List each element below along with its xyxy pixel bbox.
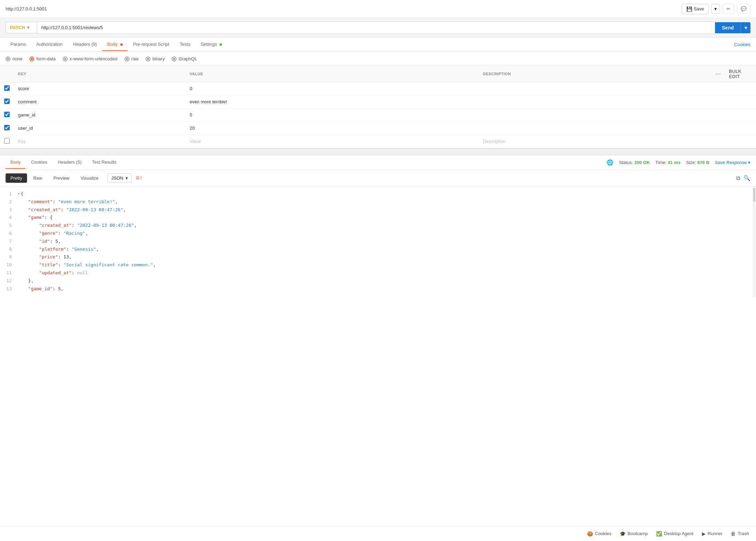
viewer-tab-raw[interactable]: Raw [28,173,47,183]
row-placeholder-desc[interactable]: Description [479,135,711,148]
status-text: Status: 200 OK [619,160,650,165]
desktop-agent-label: Desktop Agent [664,531,694,536]
pencil-button[interactable]: ✏ [723,4,734,14]
row-placeholder-checkbox[interactable] [4,138,10,144]
bottom-runner[interactable]: ▶ Runner [702,531,723,536]
row3-checkbox[interactable] [4,112,10,117]
row2-description[interactable] [479,95,711,109]
tab-prerequest[interactable]: Pre-request Script [128,38,174,51]
send-caret-icon: ▾ [741,22,750,33]
bulk-edit-button[interactable]: Bulk Edit [729,69,741,79]
chevron-down-icon: ▾ [714,6,717,11]
radio-binary[interactable]: binary [146,56,165,61]
viewer-tabs: Pretty Raw Preview Visualize JSON ▾ ≡↑ ⧉… [0,170,756,187]
row3-description[interactable] [479,109,711,122]
row2-key[interactable]: comment [14,95,186,109]
bottom-trash[interactable]: 🗑 Trash [731,531,749,536]
row1-description[interactable] [479,82,711,95]
col-checkbox [0,66,14,82]
viewer-tab-visualize[interactable]: Visualize [76,173,103,183]
viewer-tab-pretty[interactable]: Pretty [6,173,27,183]
radio-urlencoded-dot [63,57,68,61]
cookies-label: Cookies [595,531,611,536]
send-label: Send [715,22,741,33]
row4-value[interactable]: 20 [186,122,479,135]
response-status: 🌐 Status: 200 OK Time: 41 ms Size: 676 B… [607,159,750,166]
table-row: comment even more terrible! [0,95,756,109]
radio-graphql[interactable]: GraphQL [172,56,197,61]
save-label: Save [694,6,704,11]
resp-tab-test-results[interactable]: Test Results [87,156,121,169]
radio-none-label: none [12,56,23,61]
resp-tab-cookies[interactable]: Cookies [26,156,52,169]
time-value: 41 ms [668,160,681,165]
viewer-tab-preview[interactable]: Preview [49,173,74,183]
search-button[interactable]: 🔍 [744,175,750,181]
tab-tests[interactable]: Tests [175,38,195,51]
format-label: JSON [111,175,123,181]
row2-checkbox[interactable] [4,98,10,104]
tab-headers[interactable]: Headers (9) [68,38,102,51]
body-types: none form-data x-www-form-urlencoded raw… [0,52,756,66]
size-value: 676 B [697,160,710,165]
save-button[interactable]: 💾 Save [682,4,708,14]
filter-icon[interactable]: ≡↑ [136,174,143,182]
url-input[interactable] [37,22,715,34]
bottom-cookies[interactable]: 🍪 Cookies [587,531,611,536]
json-line-7: 7 "id": 5, [0,238,756,246]
tab-authorization[interactable]: Authorization [32,38,68,51]
json-line-8: 8 "platform": "Genesis", [0,246,756,254]
runner-label: Runner [708,531,723,536]
radio-raw[interactable]: raw [124,56,139,61]
request-tabs: Params Authorization Headers (9) Body Pr… [0,37,756,52]
row-placeholder-key[interactable]: Key [14,135,186,148]
row-placeholder-value[interactable]: Value [186,135,479,148]
radio-urlencoded[interactable]: x-www-form-urlencoded [63,56,118,61]
resp-tab-headers[interactable]: Headers (5) [53,156,87,169]
tab-body[interactable]: Body [102,38,127,51]
cookies-icon: 🍪 [587,531,593,536]
table-row-placeholder: Key Value Description [0,135,756,148]
radio-none-dot [6,57,10,61]
copy-button[interactable]: ⧉ [736,175,740,181]
row1-key[interactable]: score [14,82,186,95]
bottom-bootcamp[interactable]: 🎓 Bootcamp [620,531,648,536]
desktop-agent-icon: ✅ [656,531,662,536]
radio-form-data[interactable]: form-data [29,56,56,61]
row2-value[interactable]: even more terrible! [186,95,479,109]
row3-value[interactable]: 5 [186,109,479,122]
top-bar-actions: 💾 Save ▾ ✏ 💬 [682,4,750,14]
resp-tab-body[interactable]: Body [6,156,26,169]
top-bar-url: http://127.0.0.1:5001 [6,6,47,11]
bottom-desktop-agent[interactable]: ✅ Desktop Agent [656,531,694,536]
row1-checkbox[interactable] [4,85,10,91]
row3-key[interactable]: game_id [14,109,186,122]
trash-icon: 🗑 [731,531,736,536]
send-button[interactable]: Send ▾ [715,22,750,33]
comment-button[interactable]: 💬 [737,4,750,14]
form-table: KEY VALUE DESCRIPTION ⋯ Bulk Edit score … [0,66,756,148]
radio-form-data-label: form-data [36,56,56,61]
cookies-link[interactable]: Cookies [734,42,750,47]
row4-key[interactable]: user_id [14,122,186,135]
save-icon: 💾 [686,6,692,12]
row4-description[interactable] [479,122,711,135]
save-response-button[interactable]: Save Response ▾ [715,160,750,165]
json-line-5: 5 "created_at": "2022-09-13 00:47:26", [0,222,756,230]
radio-urlencoded-label: x-www-form-urlencoded [70,56,118,61]
row1-value[interactable]: 0 [186,82,479,95]
col-bulk: Bulk Edit [725,66,756,82]
url-bar: PATCH ▾ Send ▾ [0,18,756,37]
tab-settings[interactable]: Settings [196,38,227,51]
tab-params[interactable]: Params [6,38,31,51]
format-select[interactable]: JSON ▾ [108,173,132,183]
bottom-bar: 🍪 Cookies 🎓 Bootcamp ✅ Desktop Agent ▶ R… [0,526,756,541]
scrollbar-track[interactable] [753,187,756,298]
row4-checkbox[interactable] [4,125,10,130]
method-select[interactable]: PATCH ▾ [6,22,37,33]
more-options-icon[interactable]: ⋯ [715,71,721,77]
radio-none[interactable]: none [6,56,23,61]
save-caret-button[interactable]: ▾ [711,4,720,14]
globe-icon: 🌐 [607,159,613,166]
col-description: DESCRIPTION [479,66,711,82]
